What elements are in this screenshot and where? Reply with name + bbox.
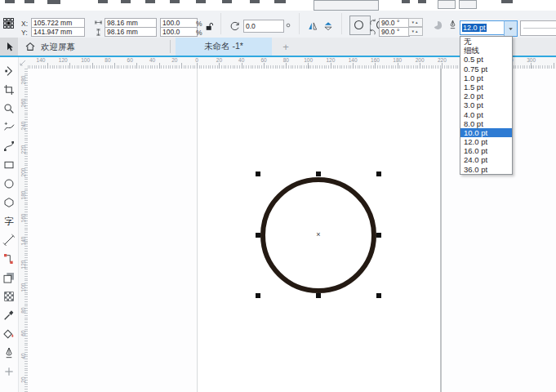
cropped-icon bbox=[5, 0, 15, 3]
outline-style-selector[interactable] bbox=[520, 20, 556, 36]
ruler-label: 240 bbox=[19, 121, 27, 131]
y-label: Y: bbox=[21, 29, 28, 37]
ruler-label: 200 bbox=[416, 57, 425, 63]
eyedropper-tool-icon[interactable] bbox=[2, 308, 16, 323]
tab-separator bbox=[170, 40, 171, 53]
smart-fill-tool-icon[interactable] bbox=[2, 327, 16, 341]
new-document-tab-button[interactable]: + bbox=[278, 38, 293, 56]
transparency-tool-icon[interactable] bbox=[2, 289, 16, 304]
dimension-tool-icon[interactable] bbox=[2, 233, 16, 247]
cropped-icon bbox=[418, 0, 426, 3]
x-label: X: bbox=[21, 20, 28, 28]
ruler-origin-corner[interactable] bbox=[18, 57, 28, 69]
coreldraw-window: X: 105.722 mm Y: 141.947 mm 98.16 mm 98.… bbox=[0, 0, 556, 392]
outline-width-option[interactable]: 0.5 pt bbox=[460, 55, 512, 64]
ruler-label: 40 bbox=[19, 351, 27, 361]
mirror-horizontal-icon[interactable] bbox=[307, 20, 318, 32]
change-direction-icon[interactable] bbox=[431, 19, 444, 32]
rectangle-tool-icon[interactable] bbox=[2, 158, 16, 172]
selection-handle[interactable] bbox=[376, 233, 381, 238]
object-height-field[interactable]: 98.16 mm bbox=[105, 27, 157, 37]
shape-tool-icon[interactable] bbox=[2, 64, 16, 78]
outline-width-dropdown-button[interactable] bbox=[504, 20, 518, 37]
cropped-icon bbox=[98, 0, 108, 3]
ruler-label: 60 bbox=[19, 328, 27, 338]
mirror-vertical-icon[interactable] bbox=[322, 20, 334, 32]
object-position-icon bbox=[2, 17, 15, 29]
outline-pen-tool-icon[interactable] bbox=[2, 345, 16, 360]
selection-handle[interactable] bbox=[256, 172, 260, 176]
selection-handle[interactable] bbox=[316, 172, 321, 176]
scale-v-field[interactable]: 100.0 bbox=[160, 27, 198, 37]
outline-width-option[interactable]: 16.0 pt bbox=[460, 146, 512, 155]
zoom-tool-icon[interactable] bbox=[2, 101, 16, 116]
bezier-tool-icon[interactable] bbox=[2, 139, 16, 154]
ruler-label: 20 bbox=[171, 57, 177, 63]
outline-width-option[interactable]: 3.0 pt bbox=[460, 100, 512, 109]
outline-width-option[interactable]: 36.0 pt bbox=[460, 165, 512, 174]
outline-width-option[interactable]: 8.0 pt bbox=[460, 119, 512, 128]
text-tool-icon[interactable] bbox=[2, 214, 16, 229]
ruler-label: 100 bbox=[304, 57, 313, 63]
home-icon[interactable] bbox=[24, 41, 36, 52]
outline-width-option[interactable]: 2.0 pt bbox=[460, 91, 512, 100]
cropped-icon bbox=[274, 0, 286, 3]
outline-width-option[interactable]: 1.0 pt bbox=[460, 74, 512, 82]
outline-width-option[interactable]: 4.0 pt bbox=[460, 110, 512, 119]
freehand-tool-icon[interactable] bbox=[2, 120, 16, 135]
selection-handle[interactable] bbox=[256, 233, 260, 238]
outline-width-option[interactable]: 无 bbox=[460, 37, 512, 46]
start-angle-spinner[interactable]: ▾▴ bbox=[408, 18, 423, 27]
polygon-tool-icon[interactable] bbox=[2, 195, 16, 210]
cropped-icon bbox=[250, 0, 260, 3]
y-position-field[interactable]: 141.947 mm bbox=[31, 27, 85, 37]
cropped-icon bbox=[196, 0, 206, 3]
outline-width-option[interactable]: 12.0 pt bbox=[460, 137, 512, 146]
rotation-angle-field[interactable]: 0.0 bbox=[243, 20, 284, 33]
separator bbox=[299, 13, 300, 34]
object-height-icon bbox=[94, 28, 103, 37]
ruler-label: 180 bbox=[19, 190, 27, 200]
outline-width-option[interactable]: 1.5 pt bbox=[460, 82, 512, 91]
selection-handle[interactable] bbox=[376, 293, 381, 298]
pick-tool[interactable] bbox=[0, 38, 18, 56]
line-style-preview bbox=[523, 28, 556, 29]
cropped-icon bbox=[501, 0, 513, 3]
ruler-label: 80 bbox=[105, 57, 110, 63]
outline-width-combobox[interactable]: 12.0 pt bbox=[460, 20, 507, 35]
ruler-label: 120 bbox=[59, 57, 68, 63]
end-angle-spinner[interactable]: ▾▴ bbox=[408, 27, 423, 36]
tab-welcome-screen[interactable]: 欢迎屏幕 bbox=[41, 42, 75, 53]
outline-width-option[interactable]: 10.0 pt bbox=[460, 128, 512, 137]
tab-document-active[interactable]: 未命名 -1* bbox=[176, 38, 272, 56]
ruler-label: 40 bbox=[149, 57, 155, 63]
ruler-label: 100 bbox=[81, 57, 90, 63]
crop-tool-icon[interactable] bbox=[2, 82, 16, 97]
drop-shadow-tool-icon[interactable] bbox=[2, 270, 16, 285]
scale-v-percent: % bbox=[196, 29, 202, 37]
outline-width-option[interactable]: 细线 bbox=[460, 46, 512, 55]
outline-width-option[interactable]: 0.75 pt bbox=[460, 65, 512, 74]
add-tool-icon[interactable] bbox=[2, 364, 16, 379]
lock-ratio-icon[interactable] bbox=[204, 21, 215, 32]
cropped-icon bbox=[222, 0, 232, 3]
cropped-icon bbox=[459, 0, 477, 9]
outline-width-option[interactable]: 24.0 pt bbox=[460, 155, 512, 164]
selection-handle[interactable] bbox=[256, 293, 260, 298]
ellipse-tool-icon[interactable] bbox=[2, 176, 16, 191]
selection-handle[interactable] bbox=[316, 293, 321, 298]
rotation-icon bbox=[229, 20, 241, 32]
cropped-icon bbox=[170, 0, 180, 3]
connector-tool-icon[interactable] bbox=[2, 252, 16, 266]
ruler-label: 100 bbox=[19, 283, 27, 292]
ruler-label: 220 bbox=[19, 145, 27, 154]
selection-handle[interactable] bbox=[376, 172, 381, 176]
ruler-label: 260 bbox=[19, 98, 27, 108]
end-angle-field[interactable]: 90.0 ° bbox=[379, 27, 410, 37]
ruler-label: 160 bbox=[19, 213, 27, 223]
ruler-label: 20 bbox=[216, 57, 222, 63]
ellipse-mode-button[interactable] bbox=[352, 18, 366, 32]
cropped-icon bbox=[47, 0, 60, 4]
outline-pen-icon bbox=[447, 18, 458, 31]
separator bbox=[341, 13, 342, 34]
